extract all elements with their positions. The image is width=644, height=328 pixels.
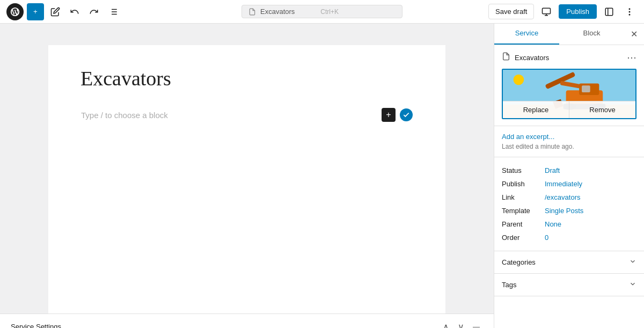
post-title[interactable]: Excavators [80,67,413,90]
featured-image-wrap: Replace Remove [502,69,636,119]
template-row: Template Single Posts [502,204,636,217]
status-row: Status Draft [502,164,636,177]
redo-button[interactable] [86,4,102,20]
sidebar-card-title: Excavators [515,54,549,62]
document-sidebar-icon [502,52,510,63]
replace-button[interactable]: Replace [503,101,569,118]
undo-button[interactable] [67,4,83,20]
link-row: Link /excavators [502,191,636,204]
parent-label: Parent [502,217,545,231]
order-value: 0 [545,234,548,242]
order-label: Order [502,231,545,244]
link-value[interactable]: /excavators [545,193,580,201]
tab-service[interactable]: Service [494,24,559,45]
categories-chevron-icon [629,258,636,267]
insert-block-button[interactable]: + [382,108,396,122]
categories-label: Categories [502,258,536,266]
sidebar-meta-section: Status Draft Publish Immediately Link /e… [494,157,644,251]
link-label: Link [502,191,545,204]
sidebar-card-more-button[interactable]: ⋯ [627,52,636,63]
sidebar-card-section: Excavators ⋯ [494,45,644,126]
template-label: Template [502,204,545,217]
collapse-down-button[interactable]: ∨ [455,320,467,328]
more-icon [625,7,634,17]
publish-row: Publish Immediately [502,177,636,191]
service-settings-controls: ∧ ∨ — [440,320,483,328]
toolbar-left: + [6,3,121,20]
sidebar-card-title-row: Excavators [502,52,549,63]
toolbar-center: Excavators Ctrl+K [241,5,402,18]
block-inserter-row: Type / to choose a block + [80,103,413,127]
plus-icon: + [33,8,38,16]
remove-button[interactable]: Remove [569,101,635,118]
sidebar-card-header: Excavators ⋯ [502,52,636,63]
add-block-button[interactable]: + [27,3,44,20]
document-icon [248,8,256,16]
search-shortcut: Ctrl+K [320,8,339,16]
tags-label: Tags [502,281,516,289]
tags-chevron-icon [629,280,636,289]
sidebar-icon [604,7,614,17]
service-settings-panel: Service Settings ∧ ∨ — Price Duratio [0,314,494,328]
parent-value[interactable]: None [545,220,561,228]
svg-rect-22 [582,85,590,92]
svg-rect-6 [543,8,551,14]
monitor-icon [541,7,551,17]
minimize-button[interactable]: — [470,320,483,328]
last-edited: Last edited a minute ago. [502,143,636,150]
preview-button[interactable] [538,4,554,20]
tags-toggle[interactable]: Tags [494,274,644,296]
meta-table: Status Draft Publish Immediately Link /e… [502,164,636,244]
template-value[interactable]: Single Posts [545,207,583,215]
parent-row: Parent None [502,217,636,231]
more-options-button[interactable] [621,4,638,20]
block-placeholder[interactable]: Type / to choose a block [81,111,377,120]
search-bar[interactable]: Excavators Ctrl+K [241,5,402,18]
service-settings-header: Service Settings ∧ ∨ — [0,314,494,328]
search-title: Excavators [260,8,295,16]
service-settings-title: Service Settings [11,323,61,328]
sidebar-tabs: Service Block ✕ [494,24,644,45]
save-draft-button[interactable]: Save draft [488,4,534,19]
edit-tool-button[interactable] [47,4,63,20]
list-view-button[interactable] [105,4,121,20]
sidebar-excerpt-section: Add an excerpt... Last edited a minute a… [494,126,644,157]
block-check-icon [400,108,413,121]
svg-rect-9 [605,8,613,16]
categories-toggle[interactable]: Categories [494,251,644,274]
status-value[interactable]: Draft [545,166,560,174]
tab-block[interactable]: Block [559,24,624,45]
add-excerpt-button[interactable]: Add an excerpt... [502,133,554,141]
svg-point-16 [514,75,524,85]
editor-content: Excavators Type / to choose a block + [48,45,445,314]
publish-button[interactable]: Publish [559,4,597,19]
sidebar-close-button[interactable]: ✕ [624,24,644,45]
collapse-up-button[interactable]: ∧ [440,320,452,328]
status-label: Status [502,164,545,177]
toolbar-right: Save draft Publish [488,4,638,20]
settings-button[interactable] [601,4,617,20]
svg-point-11 [629,9,630,10]
toolbar: + Excavators Ctrl+K Save draft Publish [0,0,644,24]
order-row: Order 0 [502,231,636,244]
svg-point-12 [629,11,630,12]
publish-meta-label: Publish [502,177,545,191]
sidebar: Service Block ✕ Excavators ⋯ [494,24,644,328]
main-layout: Excavators Type / to choose a block + Se… [0,24,644,328]
editor-area: Excavators Type / to choose a block + Se… [0,24,494,328]
wp-logo[interactable] [6,3,24,20]
svg-point-13 [629,14,630,15]
featured-image-overlay: Replace Remove [503,101,635,118]
publish-value[interactable]: Immediately [545,180,582,188]
